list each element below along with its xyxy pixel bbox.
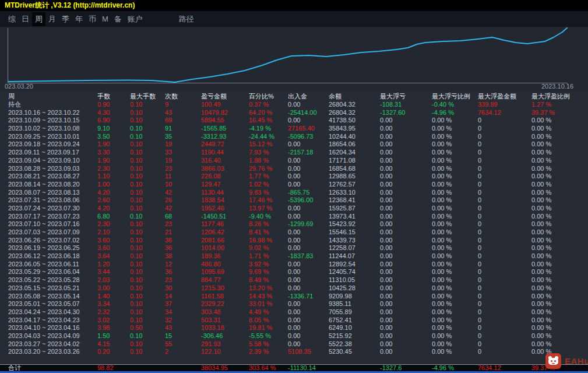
cell: -11130.14 xyxy=(288,365,329,371)
cell: 3.92 % xyxy=(249,261,288,269)
cell: 4.20 xyxy=(97,205,130,213)
cell: 0.10 xyxy=(130,196,165,205)
cell: 0.10 xyxy=(130,268,165,276)
table-row[interactable]: 持仓0.900.109100.490.37 %0.0026804.32-108.… xyxy=(0,101,588,109)
cell: 7634.12 xyxy=(478,109,531,117)
cell: 2449.72 xyxy=(201,140,249,149)
cell: 2329.22 xyxy=(201,300,249,308)
cell: 1.50 xyxy=(97,332,130,340)
table-row[interactable]: 2023.05.01 ~ 2023.05.073.340.10372329.22… xyxy=(0,300,588,308)
cell: 0.00 xyxy=(380,196,432,205)
row-label: 2023.08.07 ~ 2023.08.13 xyxy=(8,189,97,197)
menu-item-月[interactable]: 月 xyxy=(45,12,59,26)
cell: 1.00 xyxy=(97,181,130,189)
cell: 36 xyxy=(165,244,201,252)
table-row[interactable]: 2023.08.14 ~ 2023.08.201.000.1010129.471… xyxy=(0,181,588,189)
cell: 1952.46 xyxy=(201,205,249,213)
cell: 0.00 % xyxy=(432,300,478,308)
table-row[interactable]: 2023.07.24 ~ 2023.07.304.200.10421952.46… xyxy=(0,205,588,213)
table-row[interactable]: 2023.07.31 ~ 2023.08.062.600.10261838.54… xyxy=(0,196,588,205)
cell: 0.10 xyxy=(130,117,165,125)
table-row[interactable]: 2023.10.16 ~ 2023.10.224.300.104310479.8… xyxy=(0,109,588,117)
cell: 316.40 xyxy=(201,157,249,165)
cell: 129.47 xyxy=(201,181,249,189)
cell: 0.10 xyxy=(130,189,165,197)
table-row[interactable]: 2023.06.19 ~ 2023.06.253.600.10361014.00… xyxy=(0,244,588,252)
table-row[interactable]: 2023.08.21 ~ 2023.08.271.100.1011226.081… xyxy=(0,173,588,181)
cell: 43 xyxy=(165,324,201,332)
table-row[interactable]: 2023.09.04 ~ 2023.09.101.900.1019316.401… xyxy=(0,157,588,165)
cell: 32 xyxy=(165,316,201,325)
menu-item-M[interactable]: M xyxy=(99,13,111,25)
cell: 15925.87 xyxy=(329,205,380,213)
cell: 0.00 % xyxy=(432,268,478,276)
cell: 1.88 % xyxy=(249,157,288,165)
menu-item-日[interactable]: 日 xyxy=(19,12,32,26)
cell: 0.00 xyxy=(380,220,432,228)
cell: 0.00 xyxy=(288,284,329,293)
table-row[interactable]: 2023.04.03 ~ 2023.04.091.500.1015-306.46… xyxy=(0,332,588,340)
table-row[interactable]: 2023.03.20 ~ 2023.03.260.200.102122.102.… xyxy=(0,348,588,356)
cell: 291.93 xyxy=(201,340,249,349)
cell: 15.12 % xyxy=(249,140,288,149)
table-row[interactable]: 2023.05.22 ~ 2023.05.282.030.1023884.778… xyxy=(0,276,588,284)
cell: 0.00 % xyxy=(432,284,478,293)
menu-item-年[interactable]: 年 xyxy=(72,12,86,26)
table-row[interactable]: 2023.06.26 ~ 2023.07.023.600.10362081.66… xyxy=(0,237,588,245)
row-label: 2023.03.27 ~ 2023.04.02 xyxy=(8,340,97,349)
row-label: 2023.08.21 ~ 2023.08.27 xyxy=(8,173,97,181)
table-row[interactable]: 2023.04.24 ~ 2023.04.302.320.1034303.484… xyxy=(0,308,588,316)
cell: 19 xyxy=(165,140,201,149)
table-row[interactable]: 2023.06.12 ~ 2023.06.183.640.1038189.361… xyxy=(0,252,588,261)
cell: 4.20 xyxy=(97,189,130,197)
cell: 9.10 xyxy=(97,125,130,133)
cell: 0.00 % xyxy=(531,332,588,340)
table-row[interactable]: 2023.03.27 ~ 2023.04.024.150.1055291.935… xyxy=(0,340,588,349)
cell: 0.10 xyxy=(130,133,165,141)
cell: 0 xyxy=(478,205,531,213)
cell: 0.00 % xyxy=(531,252,588,261)
cell: 0.10 xyxy=(130,149,165,157)
cell: 3.60 xyxy=(97,237,130,245)
cell: -1450.51 xyxy=(201,213,249,221)
table-row[interactable]: 2023.04.10 ~ 2023.04.163.980.50431033.18… xyxy=(0,324,588,332)
cell: 1190.44 xyxy=(201,149,249,157)
table-row[interactable]: 2023.10.02 ~ 2023.10.089.100.1091-1565.8… xyxy=(0,125,588,133)
table-row[interactable]: 2023.06.05 ~ 2023.06.111.200.1012486.803… xyxy=(0,261,588,269)
cell: 884.77 xyxy=(201,276,249,284)
table-row[interactable]: 2023.10.09 ~ 2023.10.156.900.10695894.55… xyxy=(0,117,588,125)
menu-item-路径[interactable]: 路径 xyxy=(176,12,197,26)
cell: 0.10 xyxy=(130,140,165,149)
menu-item-周[interactable]: 周 xyxy=(32,12,45,26)
table-row[interactable]: 2023.07.03 ~ 2023.07.092.100.10211206.42… xyxy=(0,228,588,237)
menu-item-综[interactable]: 综 xyxy=(5,12,19,26)
menu-item-备[interactable]: 备 xyxy=(111,12,125,26)
table-row[interactable]: 2023.09.25 ~ 2023.10.013.500.1035-3312.9… xyxy=(0,133,588,141)
cell: 0 xyxy=(478,276,531,284)
table-row[interactable]: 2023.05.29 ~ 2023.06.043.440.10361095.69… xyxy=(0,268,588,276)
cell: 91 xyxy=(165,125,201,133)
table-body: 持仓0.900.109100.490.37 %0.0026804.32-108.… xyxy=(0,101,588,356)
menu-item-账户[interactable]: 账户 xyxy=(125,12,146,26)
cell: 0.00 % xyxy=(432,205,478,213)
cell: 0.00 % xyxy=(531,300,588,308)
table-row[interactable]: 2023.08.07 ~ 2023.08.134.200.10421130.44… xyxy=(0,189,588,197)
table-row[interactable]: 2023.09.18 ~ 2023.09.241.900.10192449.72… xyxy=(0,140,588,149)
table-row[interactable]: 2023.05.15 ~ 2023.05.213.000.10301215.30… xyxy=(0,284,588,293)
table-row[interactable]: 2023.07.17 ~ 2023.07.236.800.1068-1450.5… xyxy=(0,213,588,221)
cell: 3.64 xyxy=(97,252,130,261)
menu-item-季[interactable]: 季 xyxy=(59,12,72,26)
table-row[interactable]: 2023.09.11 ~ 2023.09.173.300.10331190.44… xyxy=(0,149,588,157)
cell: 0.00 % xyxy=(531,316,588,325)
menu-item-币[interactable]: 币 xyxy=(86,12,99,26)
cell: 303.64 % xyxy=(249,365,288,371)
cell: 3.00 xyxy=(97,284,130,293)
table-row[interactable]: 2023.05.08 ~ 2023.05.141.400.10141161.58… xyxy=(0,293,588,301)
row-label: 2023.05.01 ~ 2023.05.07 xyxy=(8,300,97,308)
table-row[interactable]: 2023.07.10 ~ 2023.07.162.300.10231177.46… xyxy=(0,220,588,228)
cell: 0.00 xyxy=(288,276,329,284)
table-row[interactable]: 2023.04.17 ~ 2023.04.233.020.1032503.318… xyxy=(0,316,588,325)
cell: 0.20 xyxy=(97,348,130,356)
cell: 1.77 % xyxy=(249,173,288,181)
table-row[interactable]: 2023.08.28 ~ 2023.09.032.300.10233866.03… xyxy=(0,165,588,173)
